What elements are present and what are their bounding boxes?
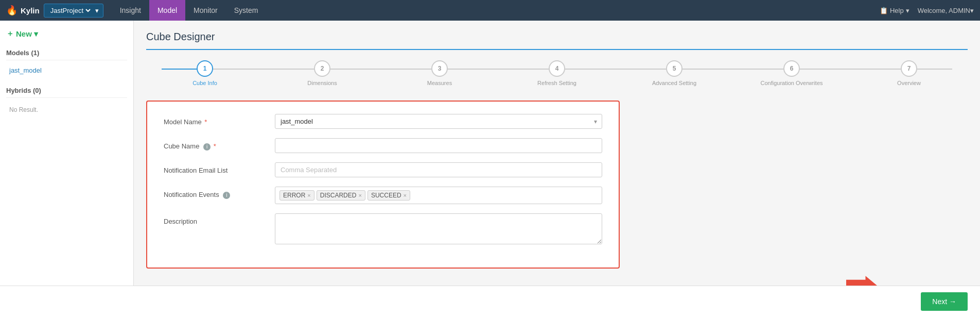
step-6-label: Configuration Overwrites [760, 80, 822, 86]
new-btn-arrow: ▾ [34, 29, 38, 39]
step-2[interactable]: 2 Dimensions [264, 60, 381, 86]
cube-info-form: Model Name * jast_model Cube Name i * ja… [146, 101, 620, 269]
step-7-label: Overview [897, 80, 921, 86]
step-2-circle: 2 [314, 60, 330, 77]
main-content: Cube Designer 1 Cube Info 2 Dimensions 3… [134, 21, 980, 317]
help-icon: 📋 [880, 7, 888, 14]
hybrids-empty: No Result. [6, 102, 127, 118]
step-6-circle: 6 [783, 60, 800, 77]
cube-name-required: * [214, 142, 216, 150]
step-1[interactable]: 1 Cube Info [146, 60, 264, 86]
step-4[interactable]: 4 Refresh Setting [498, 60, 616, 86]
tag-error-label: ERROR [283, 192, 305, 199]
help-chevron: ▾ [906, 7, 909, 14]
model-name-required: * [203, 118, 207, 126]
email-row: Notification Email List [164, 162, 602, 177]
logo-icon: 🔥 [6, 5, 18, 16]
main-layout: ＋ New ▾ Models (1) jast_model Hybrids (0… [0, 21, 980, 317]
step-5-circle: 5 [666, 60, 682, 77]
step-1-label: Cube Info [192, 80, 217, 86]
menu-item-system[interactable]: System [226, 0, 267, 21]
step-3-circle: 3 [431, 60, 448, 77]
help-label: Help [890, 7, 904, 14]
model-name-select[interactable]: jast_model [275, 114, 602, 129]
model-name-row: Model Name * jast_model [164, 114, 602, 129]
tag-error: ERROR × [279, 190, 314, 201]
tag-succeed-close[interactable]: × [404, 193, 407, 198]
bottom-bar: Next → [0, 286, 980, 317]
app-logo: 🔥 Kylin [6, 5, 40, 16]
page-title: Cube Designer [146, 31, 968, 50]
step-3[interactable]: 3 Measures [381, 60, 498, 86]
next-button[interactable]: Next → [921, 292, 968, 311]
description-label: Description [164, 213, 267, 225]
step-4-label: Refresh Setting [537, 80, 576, 86]
cube-name-control: jast_model_cube1 [275, 138, 602, 153]
model-name-control: jast_model [275, 114, 602, 129]
tag-succeed-label: SUCCEED [371, 192, 401, 199]
events-row: Notification Events i ERROR × DISCARDED … [164, 187, 602, 204]
top-navigation: 🔥 Kylin JastProject ▾ Insight Model Moni… [0, 0, 980, 21]
events-label: Notification Events i [164, 187, 267, 199]
welcome-text[interactable]: Welcome, ADMIN▾ [918, 7, 974, 14]
stepper: 1 Cube Info 2 Dimensions 3 Measures 4 Re… [146, 60, 968, 86]
new-button[interactable]: ＋ New ▾ [6, 27, 127, 41]
step-7[interactable]: 7 Overview [850, 60, 968, 86]
cube-name-label: Cube Name i * [164, 138, 267, 151]
hybrids-title: Hybrids (0) [6, 87, 127, 98]
events-control: ERROR × DISCARDED × SUCCEED × [275, 187, 602, 204]
model-item-jast[interactable]: jast_model [6, 64, 127, 76]
events-info-icon[interactable]: i [223, 192, 230, 199]
menu-item-model[interactable]: Model [149, 0, 185, 21]
description-row: Description [164, 213, 602, 246]
project-selector[interactable]: JastProject ▾ [44, 4, 103, 18]
step-7-circle: 7 [901, 60, 917, 77]
step-5[interactable]: 5 Advanced Setting [616, 60, 733, 86]
chevron-down-icon: ▾ [95, 7, 99, 14]
cube-name-row: Cube Name i * jast_model_cube1 [164, 138, 602, 153]
plus-icon: ＋ [6, 29, 14, 39]
tag-discarded-label: DISCARDED [320, 192, 357, 199]
tag-error-close[interactable]: × [307, 193, 310, 198]
top-right-controls: 📋 Help ▾ Welcome, ADMIN▾ [880, 7, 974, 14]
step-1-circle: 1 [197, 60, 213, 77]
next-label: Next → [932, 297, 956, 306]
new-btn-label: New [16, 29, 32, 38]
project-select[interactable]: JastProject [48, 6, 92, 15]
hybrids-section: Hybrids (0) No Result. [6, 87, 127, 118]
menu-item-monitor[interactable]: Monitor [185, 0, 226, 21]
events-tags-input[interactable]: ERROR × DISCARDED × SUCCEED × [275, 187, 602, 204]
cube-name-input[interactable]: jast_model_cube1 [275, 138, 602, 153]
help-menu[interactable]: 📋 Help ▾ [880, 7, 909, 14]
step-2-label: Dimensions [307, 80, 337, 86]
tag-discarded-close[interactable]: × [358, 193, 361, 198]
description-textarea[interactable] [275, 213, 602, 244]
tag-succeed: SUCCEED × [367, 190, 410, 201]
tag-discarded: DISCARDED × [317, 190, 365, 201]
step-4-circle: 4 [549, 60, 565, 77]
step-5-label: Advanced Setting [652, 80, 696, 86]
email-input[interactable] [275, 162, 602, 177]
models-section: Models (1) jast_model [6, 49, 127, 76]
email-label: Notification Email List [164, 162, 267, 174]
description-control [275, 213, 602, 246]
email-control [275, 162, 602, 177]
sidebar: ＋ New ▾ Models (1) jast_model Hybrids (0… [0, 21, 134, 317]
main-menu: Insight Model Monitor System [112, 0, 880, 21]
models-title: Models (1) [6, 49, 127, 60]
step-6[interactable]: 6 Configuration Overwrites [733, 60, 850, 86]
model-name-label: Model Name * [164, 114, 267, 126]
step-3-label: Measures [427, 80, 452, 86]
logo-text: Kylin [21, 6, 40, 15]
cube-name-info-icon[interactable]: i [203, 143, 211, 151]
menu-item-insight[interactable]: Insight [112, 0, 149, 21]
